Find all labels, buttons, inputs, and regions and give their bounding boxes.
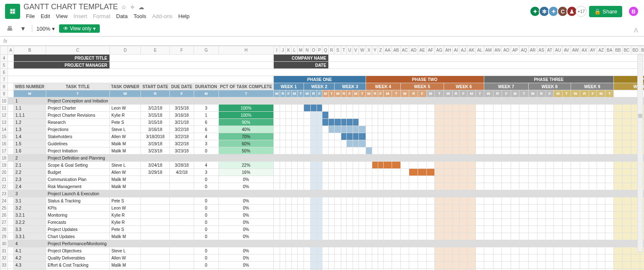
col-header-AM[interactable]: AM bbox=[484, 46, 493, 55]
col-header-AP[interactable]: AP bbox=[511, 46, 519, 55]
gantt-cell[interactable] bbox=[545, 169, 553, 176]
gantt-cell[interactable] bbox=[511, 169, 519, 176]
start-cell[interactable] bbox=[141, 247, 170, 254]
gantt-cell[interactable] bbox=[452, 254, 459, 262]
owner-cell[interactable]: Malik M bbox=[109, 269, 141, 270]
gantt-cell[interactable] bbox=[426, 112, 435, 119]
col-header-H[interactable]: H bbox=[218, 46, 273, 55]
gantt-cell[interactable] bbox=[273, 133, 280, 140]
gantt-cell[interactable] bbox=[400, 112, 409, 119]
gantt-cell[interactable] bbox=[476, 240, 484, 247]
gantt-cell[interactable] bbox=[426, 133, 435, 140]
gantt-cell[interactable] bbox=[467, 97, 475, 105]
gantt-cell[interactable] bbox=[291, 105, 298, 112]
gantt-cell[interactable] bbox=[467, 147, 475, 155]
gantt-cell[interactable] bbox=[484, 126, 493, 133]
gantt-cell[interactable] bbox=[418, 155, 426, 162]
gantt-cell[interactable] bbox=[366, 212, 372, 219]
gantt-cell[interactable] bbox=[304, 233, 311, 240]
gantt-cell[interactable] bbox=[409, 97, 418, 105]
gantt-cell[interactable] bbox=[329, 197, 335, 204]
gantt-cell[interactable] bbox=[359, 190, 366, 197]
gantt-cell[interactable] bbox=[528, 190, 537, 197]
gantt-cell[interactable] bbox=[347, 155, 353, 162]
gantt-cell[interactable] bbox=[545, 219, 553, 226]
gantt-cell[interactable] bbox=[528, 247, 537, 254]
gantt-cell[interactable] bbox=[280, 97, 286, 105]
gantt-cell[interactable] bbox=[435, 204, 444, 212]
gantt-cell[interactable] bbox=[304, 133, 311, 140]
gantt-cell[interactable] bbox=[537, 226, 545, 233]
gantt-cell[interactable] bbox=[614, 233, 622, 240]
gantt-cell[interactable] bbox=[409, 140, 418, 147]
gantt-cell[interactable] bbox=[418, 233, 426, 240]
gantt-cell[interactable] bbox=[353, 226, 359, 233]
due-cell[interactable]: 3/22/18 bbox=[170, 126, 194, 133]
gantt-cell[interactable] bbox=[460, 119, 467, 126]
col-header-AV[interactable]: AV bbox=[562, 46, 571, 55]
gantt-cell[interactable] bbox=[366, 140, 372, 147]
gantt-cell[interactable] bbox=[366, 133, 372, 140]
gantt-cell[interactable] bbox=[537, 269, 545, 270]
gantt-cell[interactable] bbox=[435, 112, 444, 119]
start-cell[interactable]: 3/12/18 bbox=[141, 105, 170, 112]
gantt-cell[interactable] bbox=[484, 190, 493, 197]
gantt-cell[interactable] bbox=[341, 162, 347, 169]
gantt-cell[interactable] bbox=[493, 119, 502, 126]
gantt-cell[interactable] bbox=[286, 240, 291, 247]
due-cell[interactable]: 3/21/18 bbox=[170, 119, 194, 126]
gantt-cell[interactable] bbox=[452, 219, 459, 226]
gantt-cell[interactable] bbox=[511, 254, 519, 262]
gantt-cell[interactable] bbox=[291, 176, 298, 183]
col-header-AF[interactable]: AF bbox=[426, 46, 435, 55]
gantt-cell[interactable] bbox=[554, 233, 563, 240]
gantt-cell[interactable] bbox=[426, 155, 435, 162]
gantt-cell[interactable] bbox=[467, 119, 475, 126]
gantt-cell[interactable] bbox=[400, 162, 409, 169]
gantt-cell[interactable] bbox=[359, 119, 366, 126]
gantt-cell[interactable] bbox=[605, 140, 614, 147]
owner-cell[interactable]: Malik M bbox=[109, 176, 141, 183]
gantt-cell[interactable] bbox=[329, 147, 335, 155]
gantt-cell[interactable] bbox=[444, 190, 452, 197]
wbs-cell[interactable]: 4 bbox=[13, 240, 46, 247]
gantt-cell[interactable] bbox=[383, 105, 392, 112]
row-header-8[interactable]: 8 bbox=[0, 83, 8, 90]
gantt-cell[interactable] bbox=[392, 269, 400, 270]
gantt-cell[interactable] bbox=[304, 212, 311, 219]
start-cell[interactable]: 3/15/18 bbox=[141, 112, 170, 119]
gantt-cell[interactable] bbox=[622, 133, 631, 140]
gantt-cell[interactable] bbox=[597, 112, 605, 119]
gantt-cell[interactable] bbox=[310, 140, 317, 147]
gantt-cell[interactable] bbox=[366, 262, 372, 269]
gantt-cell[interactable] bbox=[493, 247, 502, 254]
gantt-cell[interactable] bbox=[280, 204, 286, 212]
gantt-cell[interactable] bbox=[418, 105, 426, 112]
gantt-cell[interactable] bbox=[460, 183, 467, 190]
gantt-cell[interactable] bbox=[310, 219, 317, 226]
gantt-cell[interactable] bbox=[383, 133, 392, 140]
gantt-cell[interactable] bbox=[286, 204, 291, 212]
due-cell[interactable] bbox=[170, 183, 194, 190]
gantt-cell[interactable] bbox=[353, 247, 359, 254]
gantt-cell[interactable] bbox=[460, 233, 467, 240]
gantt-cell[interactable] bbox=[317, 240, 322, 247]
gantt-cell[interactable] bbox=[467, 254, 475, 262]
due-cell[interactable]: 3/22/18 bbox=[170, 133, 194, 140]
gantt-cell[interactable] bbox=[353, 212, 359, 219]
gantt-cell[interactable] bbox=[304, 190, 311, 197]
gantt-cell[interactable] bbox=[273, 169, 280, 176]
dur-cell[interactable]: 4 bbox=[194, 162, 218, 169]
gantt-cell[interactable] bbox=[341, 240, 347, 247]
gantt-cell[interactable] bbox=[435, 147, 444, 155]
gantt-cell[interactable] bbox=[631, 269, 640, 270]
gantt-cell[interactable] bbox=[335, 240, 341, 247]
gantt-cell[interactable] bbox=[640, 269, 644, 270]
gantt-cell[interactable] bbox=[286, 126, 291, 133]
gantt-cell[interactable] bbox=[444, 105, 452, 112]
sheets-logo-icon[interactable] bbox=[5, 4, 20, 19]
gantt-cell[interactable] bbox=[519, 204, 528, 212]
gantt-cell[interactable] bbox=[460, 126, 467, 133]
row-header-30[interactable]: 30 bbox=[0, 240, 8, 247]
due-cell[interactable]: 3/28/18 bbox=[170, 162, 194, 169]
